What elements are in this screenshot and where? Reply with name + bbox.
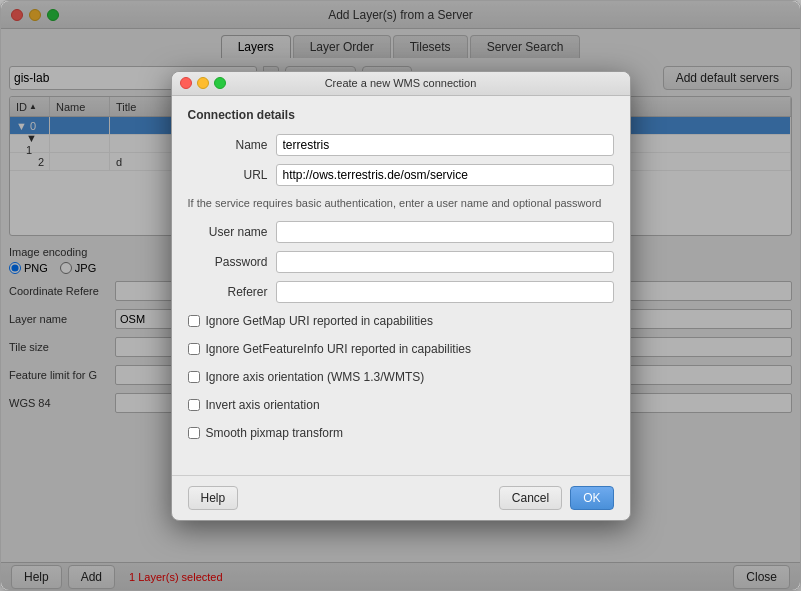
checkbox-1[interactable] [188,343,200,355]
modal-close-button[interactable] [180,77,192,89]
modal-traffic-lights [180,77,226,89]
modal-maximize-button[interactable] [214,77,226,89]
name-field-row: Name [188,134,614,156]
auth-hint: If the service requires basic authentica… [188,196,614,211]
modal-body: Connection details Name URL If the servi… [172,96,630,475]
checkbox-label-4: Smooth pixmap transform [206,426,343,440]
checkbox-label-0: Ignore GetMap URI reported in capabiliti… [206,314,433,328]
modal-minimize-button[interactable] [197,77,209,89]
referer-input[interactable] [276,281,614,303]
checkbox-row-2: Ignore axis orientation (WMS 1.3/WMTS) [188,367,614,387]
modal-title-bar: Create a new WMS connection [172,72,630,96]
modal-footer: Help Cancel OK [172,475,630,520]
url-label: URL [188,168,268,182]
checkbox-label-3: Invert axis orientation [206,398,320,412]
checkbox-2[interactable] [188,371,200,383]
modal-dialog: Create a new WMS connection Connection d… [171,71,631,521]
checkbox-3[interactable] [188,399,200,411]
name-input[interactable] [276,134,614,156]
password-input[interactable] [276,251,614,273]
main-window: Add Layer(s) from a Server Layers Layer … [0,0,801,591]
referer-field-row: Referer [188,281,614,303]
password-field-row: Password [188,251,614,273]
checkbox-row-4: Smooth pixmap transform [188,423,614,443]
checkbox-label-2: Ignore axis orientation (WMS 1.3/WMTS) [206,370,425,384]
checkbox-label-1: Ignore GetFeatureInfo URI reported in ca… [206,342,471,356]
checkbox-row-1: Ignore GetFeatureInfo URI reported in ca… [188,339,614,359]
modal-ok-button[interactable]: OK [570,486,613,510]
name-label: Name [188,138,268,152]
checkbox-row-3: Invert axis orientation [188,395,614,415]
username-label: User name [188,225,268,239]
checkbox-row-0: Ignore GetMap URI reported in capabiliti… [188,311,614,331]
url-field-row: URL [188,164,614,186]
modal-section-title: Connection details [188,108,614,122]
referer-label: Referer [188,285,268,299]
password-label: Password [188,255,268,269]
username-field-row: User name [188,221,614,243]
username-input[interactable] [276,221,614,243]
modal-help-button[interactable]: Help [188,486,239,510]
checkbox-0[interactable] [188,315,200,327]
modal-overlay: Create a new WMS connection Connection d… [1,1,800,590]
checkbox-4[interactable] [188,427,200,439]
url-input[interactable] [276,164,614,186]
modal-title: Create a new WMS connection [325,77,477,89]
modal-cancel-button[interactable]: Cancel [499,486,562,510]
